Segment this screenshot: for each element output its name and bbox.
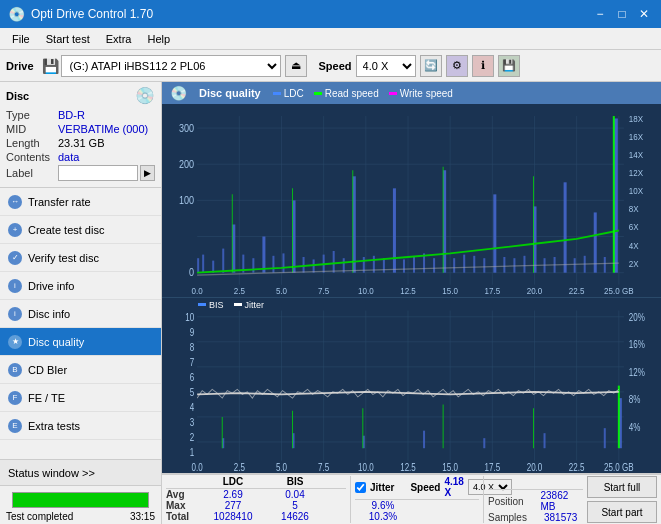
samples-value: 381573 <box>544 512 577 523</box>
disc-icon[interactable]: 💿 <box>135 86 155 105</box>
type-value: BD-R <box>58 109 85 121</box>
maximize-button[interactable]: □ <box>613 5 631 23</box>
legend-ldc: LDC <box>273 88 304 99</box>
length-value: 23.31 GB <box>58 137 104 149</box>
total-row: Total 1028410 14626 <box>166 511 346 522</box>
nav-create-test-disc[interactable]: + Create test disc <box>0 216 161 244</box>
svg-text:17.5: 17.5 <box>485 462 501 473</box>
svg-text:22.5: 22.5 <box>569 462 585 473</box>
progress-bar <box>13 493 148 507</box>
start-full-button[interactable]: Start full <box>587 476 657 498</box>
avg-jitter: 9.6% <box>355 500 411 511</box>
bottom-chart-svg: 10 9 8 7 6 5 4 3 2 1 20% 16% 12% 8% 4% <box>162 298 661 473</box>
disc-label-button[interactable]: ▶ <box>140 165 155 181</box>
eject-button[interactable]: ⏏ <box>285 55 307 77</box>
speed-select[interactable]: 4.0 X <box>356 55 416 77</box>
nav-extra-tests[interactable]: E Extra tests <box>0 412 161 440</box>
stats-header-row: LDC BIS Avg 2.69 0.04 Max 277 5 Total <box>162 474 661 524</box>
menu-help[interactable]: Help <box>139 31 178 47</box>
svg-text:10.0: 10.0 <box>358 462 374 473</box>
max-jitter: 10.3% <box>355 511 411 522</box>
chart-legend: LDC Read speed Write speed <box>273 88 453 99</box>
svg-rect-70 <box>493 194 496 272</box>
title-bar-controls: − □ ✕ <box>591 5 653 23</box>
svg-text:2.5: 2.5 <box>234 286 245 297</box>
svg-rect-66 <box>453 258 455 272</box>
max-row: Max 277 5 <box>166 500 346 511</box>
disc-label-input[interactable] <box>58 165 138 181</box>
disc-label-label: Label <box>6 167 58 179</box>
nav-fe-te[interactable]: F FE / TE <box>0 384 161 412</box>
close-button[interactable]: ✕ <box>635 5 653 23</box>
start-part-button[interactable]: Start part <box>587 501 657 523</box>
svg-text:6X: 6X <box>629 222 639 233</box>
svg-rect-41 <box>202 255 204 273</box>
nav-cd-bier[interactable]: B CD BIer <box>0 356 161 384</box>
avg-row: Avg 2.69 0.04 <box>166 489 346 500</box>
contents-label: Contents <box>6 151 58 163</box>
svg-text:16X: 16X <box>629 131 643 142</box>
svg-rect-138 <box>544 433 546 448</box>
svg-text:5: 5 <box>190 387 194 398</box>
svg-text:12%: 12% <box>629 367 645 378</box>
max-label: Max <box>166 500 202 511</box>
svg-text:3: 3 <box>190 417 194 428</box>
svg-text:20.0: 20.0 <box>527 286 543 297</box>
chart-header: 💿 Disc quality LDC Read speed Write spee… <box>162 82 661 104</box>
svg-text:200: 200 <box>179 158 194 170</box>
svg-text:25.0 GB: 25.0 GB <box>604 462 633 473</box>
drive-select[interactable]: (G:) ATAPI iHBS112 2 PL06 <box>61 55 281 77</box>
max-ldc: 277 <box>202 500 264 511</box>
svg-rect-90 <box>162 298 661 473</box>
svg-text:5.0: 5.0 <box>276 286 287 297</box>
svg-text:16%: 16% <box>629 339 645 350</box>
svg-text:7: 7 <box>190 357 194 368</box>
svg-rect-73 <box>523 256 525 273</box>
nav-disc-info[interactable]: i Disc info <box>0 300 161 328</box>
svg-rect-61 <box>403 259 405 272</box>
drive-info-icon: i <box>8 279 22 293</box>
contents-value: data <box>58 151 79 163</box>
svg-rect-137 <box>483 438 485 448</box>
chart-title: Disc quality <box>199 87 261 99</box>
jitter-checkbox[interactable] <box>355 482 366 493</box>
svg-rect-48 <box>272 256 274 273</box>
nav-verify-test-disc[interactable]: ✓ Verify test disc <box>0 244 161 272</box>
refresh-button[interactable]: 🔄 <box>420 55 442 77</box>
nav-drive-info[interactable]: i Drive info <box>0 272 161 300</box>
svg-rect-81 <box>604 257 606 273</box>
minimize-button[interactable]: − <box>591 5 609 23</box>
save-button[interactable]: 💾 <box>498 55 520 77</box>
jitter-header-row: Jitter Speed 4.18 X 4.0 X <box>355 476 479 500</box>
nav-transfer-rate[interactable]: ↔ Transfer rate <box>0 188 161 216</box>
main-content: Disc 💿 Type BD-R MID VERBATIMe (000) Len… <box>0 82 661 524</box>
nav-disc-quality[interactable]: ★ Disc quality <box>0 328 161 356</box>
jitter-col-header: Jitter <box>370 482 394 493</box>
menu-start-test[interactable]: Start test <box>38 31 98 47</box>
settings-button[interactable]: ⚙ <box>446 55 468 77</box>
avg-label: Avg <box>166 489 202 500</box>
svg-rect-71 <box>503 257 505 273</box>
samples-label: Samples <box>488 512 540 523</box>
svg-text:9: 9 <box>190 326 194 337</box>
svg-text:20%: 20% <box>629 311 645 322</box>
position-row: Position 23862 MB <box>488 490 583 512</box>
avg-ldc: 2.69 <box>202 489 264 500</box>
svg-rect-46 <box>252 258 254 272</box>
svg-text:1: 1 <box>190 447 194 458</box>
info-button[interactable]: ℹ <box>472 55 494 77</box>
svg-text:100: 100 <box>179 194 194 206</box>
max-jitter-row: 10.3% <box>355 511 479 522</box>
fe-te-icon: F <box>8 391 22 405</box>
status-window-button[interactable]: Status window >> <box>0 460 161 486</box>
svg-text:22.5: 22.5 <box>569 286 585 297</box>
time-display: 33:15 <box>130 511 155 522</box>
menu-extra[interactable]: Extra <box>98 31 140 47</box>
svg-text:7.5: 7.5 <box>318 286 329 297</box>
position-label: Position <box>488 496 536 507</box>
chart-area: 💿 Disc quality LDC Read speed Write spee… <box>162 82 661 524</box>
nav-menu: ↔ Transfer rate + Create test disc ✓ Ver… <box>0 188 161 459</box>
svg-text:10.0: 10.0 <box>358 286 374 297</box>
svg-rect-43 <box>222 249 224 273</box>
menu-file[interactable]: File <box>4 31 38 47</box>
